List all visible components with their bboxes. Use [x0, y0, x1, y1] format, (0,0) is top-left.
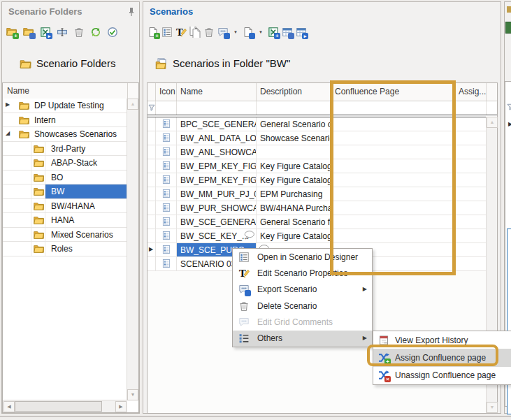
tree-item-mixed-scenarios[interactable]: Mixed Scenarios: [3, 228, 127, 242]
table-row[interactable]: BPC_SCE_GENERA... General Scenario o...: [147, 117, 497, 131]
table-row[interactable]: BW_ANL_SHOWCA...: [147, 145, 497, 159]
delete-folder-button[interactable]: [73, 27, 85, 38]
row-name-cell: BW_EPM_KEY_FIG...: [177, 173, 257, 187]
export-excel-button[interactable]: [268, 27, 279, 38]
filter-funnel-icon[interactable]: [507, 103, 511, 110]
tree-header-name: Name: [7, 86, 29, 96]
table-row[interactable]: BW_EPM_KEY_FIG... Key Figure Catalog: [147, 173, 497, 187]
table-row[interactable]: BW_PUR_SHOWCA... BW/4HANA Purcha...: [147, 201, 497, 215]
row-description-cell: Showcase Scenario...: [257, 131, 331, 145]
folder-icon: [34, 201, 44, 210]
filter-cell[interactable]: [257, 101, 331, 115]
menu-item-label: Edit Scenario Properties: [257, 268, 347, 278]
duplicate-scenario-button[interactable]: [189, 27, 201, 38]
refresh-button[interactable]: [90, 27, 101, 38]
submenu-item-label: Assign Confluence page: [395, 353, 486, 363]
icon-column-header[interactable]: Icon: [156, 83, 177, 101]
filter-funnel-icon[interactable]: [148, 104, 155, 111]
expander-expanded-icon[interactable]: [6, 131, 10, 136]
tree-vertical-scrollbar[interactable]: [127, 99, 138, 400]
submenu-item-assign-confluence-page[interactable]: Assign Confluence page: [373, 349, 511, 366]
scroll-down-button[interactable]: [127, 389, 138, 400]
import-grid-button[interactable]: [296, 27, 307, 38]
description-column-header[interactable]: Description: [257, 83, 331, 101]
export-scenario-icon: [238, 284, 250, 295]
assignment-column-header[interactable]: Assig...: [455, 83, 487, 101]
filter-cell[interactable]: [177, 101, 257, 115]
tree-item-bo[interactable]: BO: [3, 171, 127, 185]
tree-item-dp-update-testing[interactable]: DP Update Testing: [3, 99, 127, 113]
menu-item-export-scenario[interactable]: Export Scenario: [233, 282, 372, 298]
tree-item-intern[interactable]: Intern: [3, 113, 127, 128]
tree-item-label: ABAP-Stack: [51, 158, 97, 168]
filter-cell[interactable]: [455, 101, 487, 115]
floppy-badge-icon: [29, 33, 36, 39]
table-row[interactable]: BW_SCE_GENERAL... General Scenario f...: [147, 215, 497, 229]
tree-header[interactable]: Name: [3, 83, 138, 99]
row-description-cell: Key Figure Catalog...: [257, 159, 331, 173]
table-row[interactable]: BW_MM_PUR_PJ_01 EPM Purchasing: [147, 187, 497, 201]
menu-item-edit-scenario-properties[interactable]: Edit Scenario Properties: [233, 265, 372, 281]
validate-button[interactable]: [107, 27, 118, 38]
tree-item-showcases-scenarios[interactable]: Showcases Scenarios: [3, 127, 127, 142]
name-column-header[interactable]: Name: [177, 83, 257, 101]
tree-item-hana[interactable]: HANA: [3, 213, 127, 228]
tree-horizontal-scrollbar[interactable]: [3, 400, 127, 412]
new-scenario-button[interactable]: [147, 27, 159, 38]
scroll-right-button[interactable]: [115, 401, 127, 412]
comments-dropdown-icon[interactable]: [233, 30, 238, 34]
filter-cell[interactable]: [156, 101, 177, 115]
scroll-up-button[interactable]: [487, 117, 498, 128]
tree-item-bw-selected[interactable]: BW: [3, 184, 127, 199]
table-row[interactable]: BW_EPM_KEY_FIG... Key Figure Catalog...: [147, 159, 497, 173]
confluence-page-column-header[interactable]: Confluence Page: [331, 83, 455, 101]
scroll-up-button[interactable]: [127, 99, 138, 110]
tree-item-3rd-party[interactable]: 3rd-Party: [3, 142, 127, 157]
table-row[interactable]: BW_ANL_DATA_LO... Showcase Scenario...: [147, 131, 497, 145]
tree-item-label: Showcases Scenarios: [34, 129, 117, 139]
tree-item-bw4hana[interactable]: BW/4HANA: [3, 199, 127, 214]
arrow-badge-icon: [302, 33, 308, 39]
folder-icon: [34, 215, 44, 224]
row-name-cell: BW_SCE_KEY_...: [177, 229, 257, 242]
toolbar-icon-fragment: [505, 22, 511, 34]
row-description-cell: EPM Purchasing: [257, 187, 331, 201]
scrollbar-thumb[interactable]: [15, 401, 102, 412]
menu-item-open-in-scenario-designer[interactable]: Open in Scenario Designer: [233, 249, 372, 265]
row-description-cell: General Scenario f...: [257, 215, 331, 229]
menu-item-delete-scenario[interactable]: Delete Scenario: [233, 298, 372, 314]
delete-scenario-button[interactable]: [203, 27, 215, 38]
rename-folder-button[interactable]: [57, 27, 68, 38]
save-grid-button[interactable]: [282, 27, 293, 38]
filter-indicator-cell: [147, 101, 156, 115]
menu-item-others[interactable]: Others: [233, 331, 372, 347]
comments-button[interactable]: [217, 27, 229, 38]
scroll-left-button[interactable]: [3, 401, 15, 412]
export-document-button[interactable]: [243, 27, 254, 38]
row-icon-cell: [156, 229, 177, 242]
tree-item-abap-stack[interactable]: ABAP-Stack: [3, 156, 127, 171]
row-description-cell: [257, 145, 331, 159]
tree-item-label: BO: [51, 173, 63, 182]
pin-icon[interactable]: [128, 7, 135, 17]
expander-collapsed-icon[interactable]: [6, 102, 10, 108]
row-confluence-cell: [331, 201, 455, 215]
edit-scenario-properties-button[interactable]: [175, 27, 187, 38]
scroll-down-button[interactable]: [487, 402, 498, 413]
tree-item-label: Intern: [34, 115, 56, 125]
export-excel-button[interactable]: [40, 27, 51, 38]
filter-cell[interactable]: [331, 101, 455, 115]
new-folder-button[interactable]: [6, 27, 17, 38]
export-dropdown-icon[interactable]: [259, 30, 263, 34]
scenario-doc-icon: [161, 259, 171, 268]
grid-header-row: Icon Name Description Confluence Page As…: [147, 83, 497, 101]
open-scenario-designer-button[interactable]: [161, 27, 173, 38]
save-folder-button[interactable]: [23, 27, 34, 38]
submenu-item-view-export-history[interactable]: View Export History: [373, 331, 511, 349]
row-indicator-cell: [147, 257, 156, 270]
tree-item-roles[interactable]: Roles: [3, 242, 127, 256]
submenu-item-unassign-confluence-page[interactable]: Unassign Confluence page: [373, 367, 511, 384]
row-indicator-cell: [147, 201, 156, 215]
folders-heading: Scenario Folders: [20, 57, 115, 69]
table-row[interactable]: BW_SCE_KEY_... Key Figure Catalog...: [147, 229, 497, 243]
